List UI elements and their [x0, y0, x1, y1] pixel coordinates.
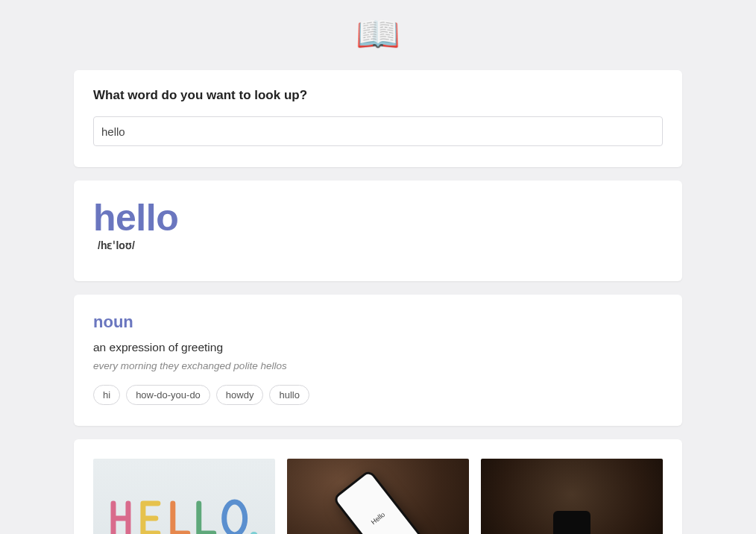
app-logo: 📖: [0, 0, 756, 57]
result-image[interactable]: Hello: [287, 459, 469, 535]
definition-card: noun an expression of greeting every mor…: [74, 295, 682, 426]
pronunciation: /hɛˈloʊ/: [98, 239, 663, 251]
open-book-icon: 📖: [356, 16, 400, 52]
word-card: hello /hɛˈloʊ/: [74, 180, 682, 281]
example-text: every morning they exchanged polite hell…: [93, 360, 663, 371]
images-card: Hello Hello: [74, 439, 682, 535]
synonym-pill[interactable]: hi: [93, 385, 120, 405]
part-of-speech: noun: [93, 312, 663, 332]
synonym-pill[interactable]: hullo: [269, 385, 309, 405]
word-title: hello: [93, 198, 663, 238]
synonyms-row: hi how-do-you-do howdy hullo: [93, 385, 663, 405]
hello-letters-graphic: [102, 492, 266, 534]
svg-point-1: [251, 531, 258, 534]
synonym-pill[interactable]: how-do-you-do: [126, 385, 210, 405]
phone-graphic: Hello: [553, 511, 590, 535]
search-input[interactable]: [93, 116, 663, 146]
search-card: What word do you want to look up?: [74, 70, 682, 167]
definition-text: an expression of greeting: [93, 341, 663, 354]
result-image[interactable]: [93, 459, 275, 535]
phone-screen-text: Hello: [370, 510, 386, 526]
phone-graphic: Hello: [332, 468, 423, 534]
svg-point-0: [224, 502, 245, 534]
result-image[interactable]: Hello: [481, 459, 663, 535]
synonym-pill[interactable]: howdy: [216, 385, 264, 405]
search-label: What word do you want to look up?: [93, 88, 663, 103]
